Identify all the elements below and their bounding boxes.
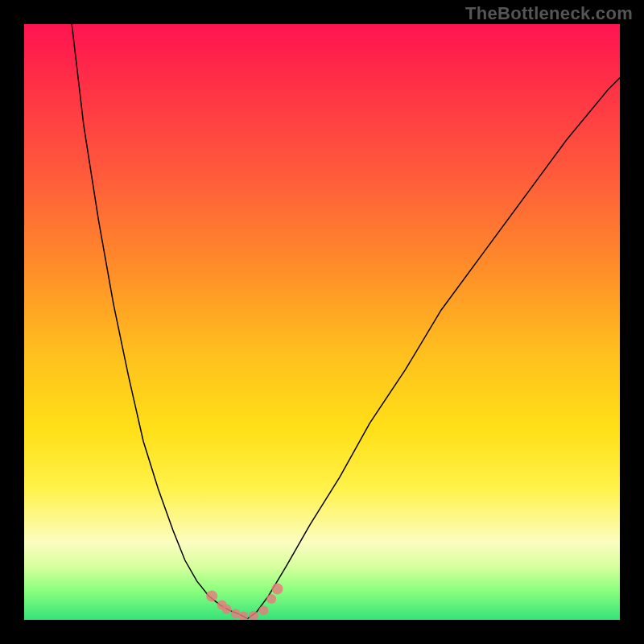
watermark-text: TheBottleneck.com xyxy=(465,3,633,24)
chart-svg xyxy=(24,24,620,620)
valley-marker xyxy=(266,594,276,604)
curve-left xyxy=(72,24,247,619)
valley-markers xyxy=(206,584,283,621)
chart-container: TheBottleneck.com xyxy=(0,0,644,644)
valley-marker xyxy=(272,584,283,595)
curve-right xyxy=(248,78,621,619)
valley-marker xyxy=(222,605,232,614)
valley-marker xyxy=(206,590,217,601)
plot-area xyxy=(24,24,620,620)
valley-marker xyxy=(259,605,269,615)
